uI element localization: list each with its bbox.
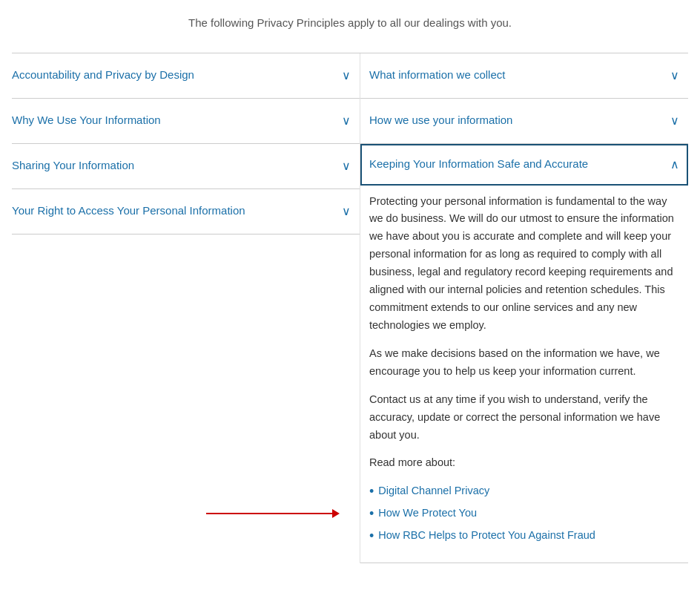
accordion-title-what-collect: What information we collect (369, 67, 505, 84)
link-fraud-protect[interactable]: How RBC Helps to Protect You Against Fra… (378, 527, 595, 545)
keeping-safe-para-1: Protecting your personal information is … (369, 193, 679, 335)
bullet-how-protect: • (369, 507, 374, 520)
accordion-header-accountability[interactable]: Accountability and Privacy by Design ∨ (12, 53, 360, 98)
keeping-safe-para-3: Contact us at any time if you wish to un… (369, 391, 679, 445)
accordion-title-keeping-safe: Keeping Your Information Safe and Accura… (369, 156, 588, 173)
keeping-safe-para-2: As we make decisions based on the inform… (369, 345, 679, 381)
accordion-title-your-right: Your Right to Access Your Personal Infor… (12, 203, 245, 220)
chevron-your-right: ∨ (342, 203, 351, 220)
list-item-how-protect: • How We Protect You (369, 505, 679, 522)
bullet-digital-channel: • (369, 485, 374, 498)
chevron-what-collect: ∨ (670, 67, 679, 85)
accordion-item-sharing: Sharing Your Information ∨ (12, 144, 360, 189)
accordion-item-what-collect: What information we collect ∨ (360, 53, 688, 99)
accordion-header-sharing[interactable]: Sharing Your Information ∨ (12, 144, 360, 188)
chevron-keeping-safe: ∧ (670, 156, 679, 174)
accordion-item-why-use: Why We Use Your Information ∨ (12, 99, 360, 144)
accordion-title-how-use: How we use your information (369, 112, 512, 129)
accordion-content-keeping-safe: Protecting your personal information is … (360, 186, 688, 563)
accordion-header-keeping-safe[interactable]: Keeping Your Information Safe and Accura… (360, 144, 688, 186)
accordion-item-your-right: Your Right to Access Your Personal Infor… (12, 189, 360, 235)
intro-text: The following Privacy Principles apply t… (12, 15, 688, 35)
accordion-item-accountability: Accountability and Privacy by Design ∨ (12, 53, 360, 99)
list-item-digital-channel: • Digital Channel Privacy (369, 482, 679, 500)
link-list: • Digital Channel Privacy • How We Prote… (369, 482, 679, 545)
accordion-header-how-use[interactable]: How we use your information ∨ (360, 99, 688, 143)
arrow-indicator (206, 509, 340, 518)
accordion-title-accountability: Accountability and Privacy by Design (12, 67, 194, 84)
accordion-item-keeping-safe: Keeping Your Information Safe and Accura… (360, 144, 688, 564)
right-column: What information we collect ∨ How we use… (360, 53, 688, 564)
chevron-how-use: ∨ (670, 112, 679, 130)
link-how-protect[interactable]: How We Protect You (378, 505, 477, 522)
chevron-sharing: ∨ (342, 157, 351, 175)
chevron-accountability: ∨ (342, 67, 351, 85)
chevron-why-use: ∨ (342, 112, 351, 130)
two-column-layout: Accountability and Privacy by Design ∨ W… (12, 53, 688, 564)
accordion-header-why-use[interactable]: Why We Use Your Information ∨ (12, 99, 360, 143)
left-column: Accountability and Privacy by Design ∨ W… (12, 53, 360, 564)
accordion-title-why-use: Why We Use Your Information (12, 112, 161, 129)
accordion-header-your-right[interactable]: Your Right to Access Your Personal Infor… (12, 189, 360, 234)
page-wrapper: The following Privacy Principles apply t… (0, 0, 700, 578)
accordion-title-sharing: Sharing Your Information (12, 157, 134, 174)
link-digital-channel[interactable]: Digital Channel Privacy (378, 482, 489, 500)
arrow-line (206, 513, 332, 514)
accordion-item-how-use: How we use your information ∨ (360, 99, 688, 144)
accordion-header-what-collect[interactable]: What information we collect ∨ (360, 53, 688, 98)
bullet-fraud-protect: • (369, 529, 374, 542)
read-more-label: Read more about: (369, 454, 679, 472)
arrow-head (332, 509, 340, 518)
list-item-fraud-protect: • How RBC Helps to Protect You Against F… (369, 527, 679, 545)
